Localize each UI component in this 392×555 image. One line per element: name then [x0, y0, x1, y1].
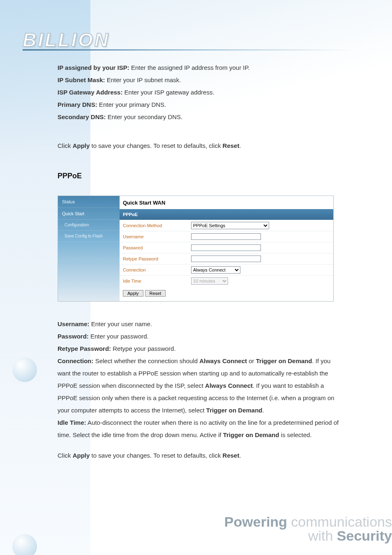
table-row: Retype Password — [120, 253, 333, 265]
sidebar-item-save-config[interactable]: Save Config to Flash — [58, 231, 120, 242]
decorative-sphere — [12, 534, 37, 555]
definition-label: IP Subnet Mask: — [58, 76, 105, 83]
footer-communications: communications — [287, 514, 392, 530]
brand-logo: BILLION — [23, 29, 360, 51]
table-row: Connection Method PPPoE Settings — [120, 220, 333, 231]
definition-label: Primary DNS: — [58, 101, 97, 108]
definition-text: Enter your IP subnet mask. — [105, 76, 181, 83]
definition-line: Retype Password: Retype your password. — [58, 343, 345, 355]
text: . — [263, 407, 264, 414]
definition-label: ISP Gateway Address: — [58, 89, 122, 96]
trigger-on-demand-term: Trigger on Demand — [223, 431, 279, 438]
definition-line: Username: Enter your user name. — [58, 318, 345, 330]
field-label-connection: Connection — [120, 265, 188, 276]
router-sidebar: Status Quick Start Configuration Save Co… — [58, 196, 120, 301]
footer-powering: Powering — [224, 514, 287, 530]
definition-line: IP assigned by your ISP: Enter the assig… — [58, 62, 345, 74]
idle-time-paragraph: Idle Time: Auto-disconnect the router wh… — [58, 417, 345, 441]
password-input[interactable] — [191, 244, 261, 251]
definition-text: Retype your password. — [111, 345, 176, 352]
apply-reset-sentence: Click Apply to save your changes. To res… — [58, 449, 345, 462]
connection-method-select[interactable]: PPPoE Settings — [191, 222, 269, 229]
reset-word: Reset — [223, 452, 240, 459]
definition-line: Secondary DNS: Enter your secondary DNS. — [58, 111, 345, 123]
footer-with: with — [308, 528, 337, 543]
router-screenshot: Status Quick Start Configuration Save Co… — [58, 196, 334, 302]
definition-text: Enter your user name. — [90, 320, 152, 327]
sidebar-item-status[interactable]: Status — [58, 196, 120, 208]
text: . — [239, 452, 241, 459]
definition-line: Primary DNS: Enter your primary DNS. — [58, 99, 345, 111]
field-label-password: Password — [120, 242, 188, 253]
connection-select[interactable]: Always Connect — [191, 266, 240, 274]
definition-label: Username: — [58, 320, 90, 327]
definition-line: Password: Enter your password. — [58, 330, 345, 343]
section-heading: PPPoE — [58, 168, 345, 183]
apply-word: Apply — [73, 452, 90, 459]
text: Select whether the connection should — [94, 357, 200, 364]
trigger-on-demand-term: Trigger on Demand — [206, 407, 263, 414]
table-row: Connection Always Connect — [120, 265, 333, 276]
idle-time-select[interactable]: 10 minutes — [191, 277, 228, 285]
brand-logo-text: BILLION — [23, 29, 360, 51]
router-main-panel: Quick Start WAN PPPoE Connection Method … — [120, 196, 333, 301]
always-connect-term: Always Connect — [199, 357, 247, 364]
field-label-connection-method: Connection Method — [120, 220, 188, 231]
definition-text: Enter the assigned IP address from your … — [129, 64, 250, 71]
definition-label: Idle Time: — [58, 419, 86, 426]
field-label-username: Username — [120, 231, 188, 242]
pppoe-heading: PPPoE — [58, 172, 82, 180]
text: to save your changes. To reset to defaul… — [90, 452, 222, 459]
footer-line-2: with Security — [224, 529, 392, 543]
definition-label: IP assigned by your ISP: — [58, 64, 129, 71]
table-row: Username — [120, 231, 333, 242]
router-button-row: ApplyReset — [120, 286, 333, 301]
text: Click — [58, 452, 73, 459]
trigger-on-demand-term: Trigger on Demand — [256, 357, 312, 364]
definition-text: Enter your secondary DNS. — [106, 113, 183, 120]
definition-text: Enter your ISP gateway address. — [122, 89, 214, 96]
document-content: IP assigned by your ISP: Enter the assig… — [58, 62, 345, 462]
definition-label: Password: — [58, 333, 89, 340]
field-label-retype-password: Retype Password — [120, 253, 188, 265]
definition-text: Enter your primary DNS. — [97, 101, 166, 108]
definition-line: ISP Gateway Address: Enter your ISP gate… — [58, 86, 345, 99]
definition-label: Retype Password: — [58, 345, 111, 352]
sidebar-item-quick-start[interactable]: Quick Start — [58, 208, 120, 220]
reset-button[interactable]: Reset — [145, 290, 166, 297]
definition-label: Secondary DNS: — [58, 113, 106, 120]
text: or — [247, 357, 256, 364]
footer-branding: Powering communications with Security — [224, 515, 392, 543]
apply-reset-sentence: Click Apply to save your changes. To res… — [58, 140, 345, 152]
router-form-table: Connection Method PPPoE Settings Usernam… — [120, 220, 333, 286]
connection-paragraph: Connection: Select whether the connectio… — [58, 355, 345, 417]
text: . — [239, 142, 241, 149]
definition-text: Enter your password. — [89, 333, 149, 340]
reset-word: Reset — [223, 142, 240, 149]
definition-line: IP Subnet Mask: Enter your IP subnet mas… — [58, 74, 345, 86]
router-panel-title: Quick Start WAN — [120, 196, 333, 209]
table-row: Idle Time 10 minutes — [120, 276, 333, 287]
footer-line-1: Powering communications — [224, 515, 392, 529]
footer-security: Security — [337, 528, 392, 543]
username-input[interactable] — [191, 233, 261, 240]
sidebar-item-configuration[interactable]: Configuration — [58, 220, 120, 231]
decorative-sphere — [12, 357, 37, 382]
definition-label: Connection: — [58, 357, 94, 364]
table-row: Password — [120, 242, 333, 253]
text: to save your changes. To reset to defaul… — [90, 142, 222, 149]
apply-button[interactable]: Apply — [123, 290, 143, 297]
router-panel-subhead: PPPoE — [120, 209, 333, 220]
text: Click — [58, 142, 73, 149]
retype-password-input[interactable] — [191, 256, 261, 262]
field-label-idle-time: Idle Time — [120, 276, 188, 287]
always-connect-term: Always Connect — [205, 382, 253, 389]
apply-word: Apply — [73, 142, 90, 149]
text: is selected. — [279, 431, 311, 438]
